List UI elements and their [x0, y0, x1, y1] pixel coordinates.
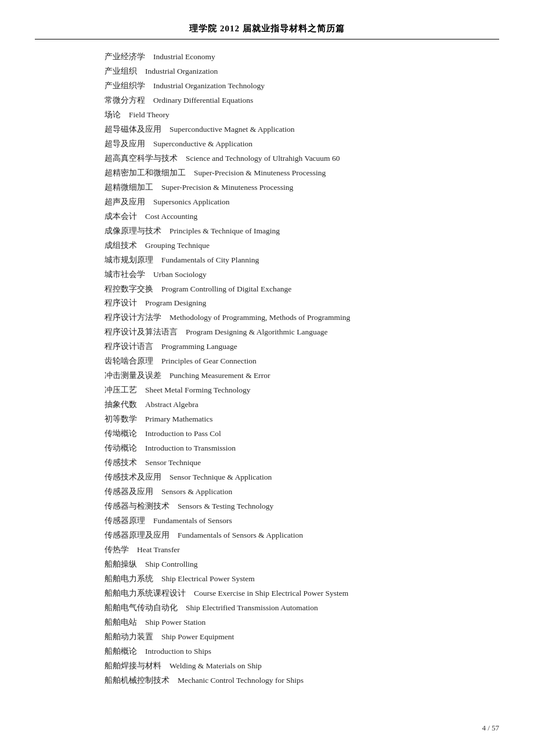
page-header: 理学院 2012 届就业指导材料之简历篇	[35, 23, 499, 39]
list-item: 城市规划原理 Fundamentals of City Planning	[104, 253, 499, 268]
page-title: 理学院 2012 届就业指导材料之简历篇	[189, 24, 345, 33]
list-item: 传热学 Heat Transfer	[104, 543, 499, 557]
list-item: 传感器及应用 Sensors & Application	[104, 485, 499, 499]
list-item: 船舶操纵 Ship Controlling	[104, 557, 499, 572]
list-item: 成组技术 Grouping Technique	[104, 239, 499, 253]
list-item: 超高真空科学与技术 Science and Technology of Ultr…	[104, 152, 499, 166]
list-item: 传感器与检测技术 Sensors & Testing Technology	[104, 499, 499, 514]
list-item: 超导及应用 Superconductive & Application	[104, 137, 499, 152]
page-number: 4 / 57	[482, 723, 499, 732]
list-item: 船舶概论 Introduction to Ships	[104, 645, 499, 659]
list-item: 船舶电力系统课程设计 Course Exercise in Ship Elect…	[104, 586, 499, 601]
list-item: 成本会计 Cost Accounting	[104, 210, 499, 224]
list-item: 程控数字交换 Program Controlling of Digital Ex…	[104, 282, 499, 297]
list-item: 船舶电站 Ship Power Station	[104, 615, 499, 630]
list-item: 传坳概论 Introduction to Pass Col	[104, 427, 499, 441]
list-item: 传感技术及应用 Sensor Technique & Application	[104, 470, 499, 485]
list-item: 超精微细加工 Super-Precision & Minuteness Proc…	[104, 181, 499, 195]
page: 理学院 2012 届就业指导材料之简历篇 产业经济学 Industrial Ec…	[0, 0, 534, 756]
list-item: 冲压工艺 Sheet Metal Forming Technology	[104, 383, 499, 398]
list-item: 传动概论 Introduction to Transmission	[104, 441, 499, 456]
list-item: 传感技术 Sensor Technique	[104, 456, 499, 470]
list-item: 船舶动力装置 Ship Power Equipment	[104, 630, 499, 645]
list-item: 初等数学 Primary Mathematics	[104, 412, 499, 427]
list-item: 冲击测量及误差 Punching Measurement & Error	[104, 369, 499, 383]
list-item: 船舶机械控制技术 Mechanic Control Technology for…	[104, 674, 499, 688]
page-footer: 4 / 57	[482, 723, 499, 733]
list-item: 场论 Field Theory	[104, 108, 499, 123]
list-item: 程序设计方法学 Methodology of Programming, Meth…	[104, 311, 499, 325]
list-item: 产业组织学 Industrial Organization Technology	[104, 79, 499, 93]
list-item: 城市社会学 Urban Sociology	[104, 268, 499, 282]
list-item: 产业经济学 Industrial Economy	[104, 50, 499, 64]
list-item: 成像原理与技术 Principles & Technique of Imagin…	[104, 224, 499, 239]
list-item: 程序设计语言 Programming Language	[104, 340, 499, 354]
list-item: 超精密加工和微细加工 Super-Precision & Minuteness …	[104, 166, 499, 181]
list-item: 船舶焊接与材料 Welding & Materials on Ship	[104, 659, 499, 674]
list-item: 船舶电气传动自动化 Ship Electrified Transmission …	[104, 601, 499, 615]
list-item: 传感器原理 Fundamentals of Sensors	[104, 514, 499, 528]
list-item: 常微分方程 Ordinary Differential Equations	[104, 93, 499, 108]
list-item: 程序设计 Program Designing	[104, 296, 499, 311]
list-item: 船舶电力系统 Ship Electrical Power System	[104, 572, 499, 586]
entry-list: 产业经济学 Industrial Economy产业组织 Industrial …	[35, 50, 499, 688]
list-item: 传感器原理及应用 Fundamentals of Sensors & Appli…	[104, 528, 499, 543]
list-item: 抽象代数 Abstract Algebra	[104, 398, 499, 412]
list-item: 产业组织 Industrial Organization	[104, 64, 499, 79]
list-item: 超导磁体及应用 Superconductive Magnet & Applica…	[104, 123, 499, 137]
list-item: 齿轮啮合原理 Principles of Gear Connection	[104, 354, 499, 369]
list-item: 超声及应用 Supersonics Application	[104, 195, 499, 210]
list-item: 程序设计及算法语言 Program Designing & Algorithmi…	[104, 325, 499, 340]
